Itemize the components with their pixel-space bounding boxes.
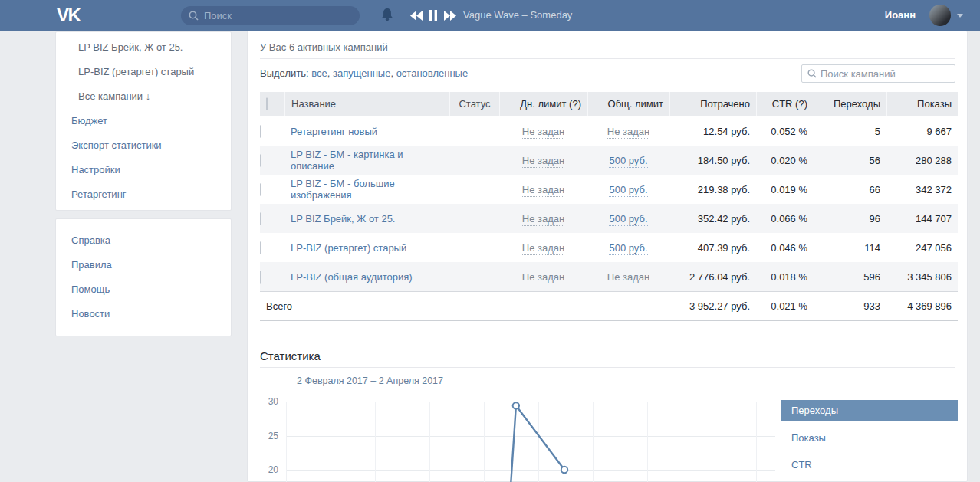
row-checkbox[interactable] <box>260 212 261 225</box>
sidebar-item-rules[interactable]: Правила <box>56 253 231 277</box>
row-checkbox[interactable] <box>260 241 261 254</box>
select-stopped-link[interactable]: остановленные <box>396 67 469 79</box>
impressions-value: 9 667 <box>886 126 958 137</box>
daily-limit-value[interactable]: Не задан <box>522 271 564 284</box>
daily-limit-value[interactable]: Не задан <box>522 155 564 168</box>
date-range-link[interactable]: 2 Февраля 2017 – 2 Апреля 2017 <box>297 375 443 386</box>
total-limit-value[interactable]: Не задан <box>607 126 649 139</box>
select-running-link[interactable]: запущенные <box>333 67 390 79</box>
user-name[interactable]: Иоанн <box>885 9 916 21</box>
search-icon <box>807 69 817 78</box>
row-checkbox[interactable] <box>260 183 261 196</box>
table-row: LP-BIZ (общая аудитория) Не задан Не зад… <box>260 262 958 291</box>
metric-ctr[interactable]: CTR <box>781 454 958 475</box>
header-search[interactable] <box>181 6 360 25</box>
spent-value: 2 776.04 руб. <box>669 271 756 283</box>
sidebar-item-campaign-1[interactable]: LP BIZ Брейк, Ж от 25. <box>56 35 231 60</box>
notifications-bell-icon[interactable] <box>380 8 394 22</box>
next-track-icon[interactable] <box>444 11 456 21</box>
clicks-value: 5 <box>814 126 886 137</box>
total-impressions: 4 369 896 <box>886 300 958 312</box>
sidebar-item-settings[interactable]: Настройки <box>56 158 231 182</box>
col-header-impressions: Показы <box>886 92 958 116</box>
sidebar-item-help[interactable]: Помощь <box>56 277 231 302</box>
select-all-checkbox[interactable] <box>266 97 268 110</box>
campaign-link[interactable]: LP-BIZ (общая аудитория) <box>291 271 413 283</box>
campaign-link[interactable]: Ретаргетинг новый <box>291 126 377 137</box>
clicks-value: 596 <box>814 271 886 283</box>
metric-clicks[interactable]: Переходы <box>781 400 958 421</box>
sidebar-help-menu: Справка Правила Помощь Новости <box>55 218 232 336</box>
separator: , <box>327 67 333 79</box>
row-checkbox[interactable] <box>260 125 261 138</box>
impressions-value: 144 707 <box>886 213 958 225</box>
screen: VK Vague Wave – Someday Иоанн <box>0 0 980 482</box>
total-limit-value[interactable]: 500 руб. <box>609 213 647 226</box>
table-row: Ретаргетинг новый Не задан Не задан 12.5… <box>260 116 958 146</box>
daily-limit-value[interactable]: Не задан <box>522 242 564 255</box>
sidebar-item-reference[interactable]: Справка <box>56 228 231 253</box>
total-limit-value[interactable]: 500 руб. <box>609 242 647 255</box>
table-row: LP-BIZ (ретаргет) старый Не задан 500 ру… <box>260 233 958 262</box>
total-limit-value[interactable]: 500 руб. <box>609 184 647 197</box>
search-icon <box>189 11 199 21</box>
track-title: Vague Wave – Someday <box>463 9 572 21</box>
header-search-input[interactable] <box>204 10 352 21</box>
sidebar-item-all-campaigns[interactable]: Все кампании ↓ <box>56 84 231 109</box>
select-label: Выделить: <box>260 67 309 79</box>
campaign-link[interactable]: LP BIZ - БМ - большие изображения <box>291 178 395 201</box>
col-header-daily-limit: Дн. лимит (?) <box>499 92 587 116</box>
divider <box>260 58 955 59</box>
pause-icon[interactable] <box>429 10 437 21</box>
sidebar-item-retargeting[interactable]: Ретаргетинг <box>56 182 231 207</box>
impressions-value: 247 056 <box>886 242 958 254</box>
campaign-search[interactable] <box>801 64 955 83</box>
previous-track-icon[interactable] <box>410 11 423 21</box>
total-spent: 3 952.27 руб. <box>669 300 756 312</box>
metric-impressions[interactable]: Показы <box>781 428 958 448</box>
sidebar-item-budget[interactable]: Бюджет <box>56 109 231 133</box>
chart-y-labels: 302520 <box>260 392 283 482</box>
spent-value: 407.39 руб. <box>669 242 756 254</box>
col-header-name: Название <box>284 92 449 116</box>
clicks-value: 96 <box>814 213 886 225</box>
sidebar-item-campaign-2[interactable]: LP-BIZ (ретаргет) старый <box>56 60 231 84</box>
row-checkbox[interactable] <box>260 271 261 284</box>
campaigns-table: Название Статус Дн. лимит (?) Общ. лимит… <box>260 92 958 321</box>
ctr-value: 0.020 % <box>756 155 814 166</box>
select-all-link[interactable]: все <box>311 67 327 79</box>
campaign-link[interactable]: LP-BIZ (ретаргет) старый <box>291 242 406 254</box>
clicks-value: 56 <box>814 155 886 166</box>
chart-metric-list: Переходы Показы CTR Потрачено (руб.) <box>781 400 958 482</box>
campaign-search-input[interactable] <box>821 68 955 80</box>
total-limit-value[interactable]: 500 руб. <box>609 155 647 168</box>
campaign-link[interactable]: LP BIZ Брейк, Ж от 25. <box>291 213 395 225</box>
avatar[interactable] <box>929 5 951 26</box>
ctr-value: 0.052 % <box>756 126 814 137</box>
select-row: Выделить: все, запущенные, остановленные <box>260 67 468 79</box>
vk-logo[interactable]: VK <box>57 5 80 26</box>
total-clicks: 933 <box>814 300 886 312</box>
daily-limit-value[interactable]: Не задан <box>522 184 564 197</box>
sidebar-item-export-stats[interactable]: Экспорт статистики <box>56 133 231 158</box>
separator: , <box>390 67 396 79</box>
col-header-total-limit: Общ. лимит <box>587 92 669 116</box>
chevron-down-icon[interactable] <box>957 14 963 18</box>
table-header-row: Название Статус Дн. лимит (?) Общ. лимит… <box>260 92 958 116</box>
clicks-value: 114 <box>814 242 886 254</box>
sidebar-item-news[interactable]: Новости <box>56 302 231 326</box>
page-scrollbar[interactable] <box>969 31 980 482</box>
table-row: LP BIZ - БМ - картинка и описание Не зад… <box>260 146 958 175</box>
campaign-link[interactable]: LP BIZ - БМ - картинка и описание <box>291 149 403 172</box>
ctr-value: 0.066 % <box>756 213 814 225</box>
daily-limit-value[interactable]: Не задан <box>522 126 564 139</box>
clicks-value: 66 <box>814 184 886 195</box>
col-header-clicks: Переходы <box>814 92 886 116</box>
total-label: Всего <box>260 300 449 312</box>
table-total-row: Всего 3 952.27 руб. 0.021 % 933 4 369 89… <box>260 291 958 320</box>
total-limit-value[interactable]: Не задан <box>607 271 649 284</box>
main-content: У Вас 6 активных кампаний Выделить: все,… <box>247 31 968 482</box>
row-checkbox[interactable] <box>260 154 261 167</box>
ctr-value: 0.018 % <box>756 271 814 283</box>
daily-limit-value[interactable]: Не задан <box>522 213 564 226</box>
